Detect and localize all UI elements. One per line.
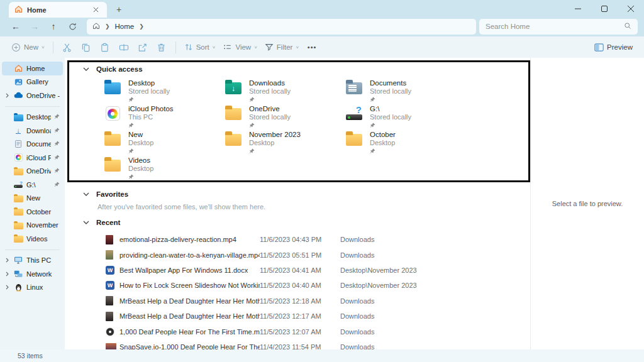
- file-location: Downloads: [340, 236, 530, 243]
- sidebar-item-desktop[interactable]: Desktop: [2, 111, 63, 124]
- new-tab-button[interactable]: +: [113, 4, 125, 15]
- delete-button[interactable]: [152, 39, 171, 55]
- expand-chevron-icon[interactable]: [4, 258, 10, 263]
- breadcrumb-home-icon[interactable]: [92, 22, 100, 31]
- pin-icon: [54, 128, 60, 133]
- chevron-down-icon: [83, 221, 89, 224]
- new-button[interactable]: New ˅: [8, 40, 48, 55]
- more-options-button[interactable]: •••: [303, 39, 321, 55]
- recent-file-row[interactable]: MrBeast Help a Deaf Daughter Hear Her Mo…: [65, 309, 530, 324]
- back-button[interactable]: ←: [6, 19, 25, 34]
- expand-chevron-icon[interactable]: [4, 93, 10, 98]
- sidebar-item-linux[interactable]: Linux: [2, 281, 63, 295]
- preview-toggle-button[interactable]: Preview: [591, 41, 636, 54]
- recent-file-row[interactable]: providing-clean-water-to-a-kenyan-villag…: [65, 247, 530, 262]
- sidebar-item-label: New: [26, 194, 60, 202]
- search-icon: [624, 22, 631, 31]
- minimize-button[interactable]: [565, 0, 591, 18]
- maximize-button[interactable]: [591, 0, 618, 18]
- quick-access-tile-g[interactable]: ?G:\Stored locally: [345, 105, 466, 131]
- quick-access-section-header[interactable]: Quick access: [65, 58, 530, 73]
- sidebar-item-label: Desktop: [26, 113, 51, 121]
- pin-icon: [249, 123, 255, 128]
- sidebar-item-videos[interactable]: Videos: [2, 232, 63, 246]
- favorites-title: Favorites: [96, 190, 128, 198]
- sidebar-item-home[interactable]: Home: [2, 62, 63, 75]
- sort-button[interactable]: Sort ˅: [180, 40, 219, 54]
- recent-file-row[interactable]: 1,000 Deaf People Hear For The First Tim…: [65, 324, 530, 339]
- sidebar-item-new[interactable]: New: [2, 192, 63, 206]
- quick-access-tile-videos[interactable]: VideosDesktop: [104, 156, 225, 182]
- copy-button[interactable]: [77, 39, 96, 55]
- recent-file-row[interactable]: emotional-pizza-delivery-reaction.mp411/…: [65, 232, 530, 247]
- breadcrumb-item-home[interactable]: Home: [115, 23, 135, 30]
- quick-access-tile-documents[interactable]: DocumentsStored locally: [345, 79, 466, 105]
- quick-access-tile-october[interactable]: OctoberDesktop: [345, 131, 466, 156]
- tile-sublabel: Stored locally: [370, 87, 411, 96]
- up-button[interactable]: ↑: [44, 19, 63, 34]
- sidebar-item-network[interactable]: Network: [2, 267, 63, 281]
- quick-access-tile-november-2023[interactable]: November 2023Desktop: [225, 131, 345, 156]
- downloads-icon: ↓: [16, 127, 21, 134]
- expand-chevron-icon[interactable]: [4, 285, 10, 290]
- sidebar-item-label: Gallery: [26, 78, 60, 85]
- tile-name: October: [370, 131, 396, 139]
- file-date: 11/5/2023 05:51 PM: [260, 251, 340, 259]
- sidebar-item-onedrive-persona[interactable]: OneDrive - Persona: [2, 89, 63, 102]
- breadcrumb[interactable]: ❯ Home ❯: [87, 19, 476, 35]
- recent-file-row[interactable]: WHow to Fix Lock Screen Slideshow Not Wo…: [65, 278, 530, 293]
- file-date: 11/5/2023 04:40 AM: [260, 282, 340, 289]
- pinned-indicator: [128, 122, 174, 129]
- video-thumbnail-icon: [106, 296, 113, 305]
- quick-access-title: Quick access: [96, 65, 143, 73]
- recent-file-row[interactable]: WBest Wallpaper App For Windows 11.docx1…: [65, 263, 530, 278]
- sidebar-item-this-pc[interactable]: This PC: [2, 254, 63, 268]
- items-count: 53 items: [18, 352, 43, 359]
- sidebar-item-icloud-photos[interactable]: iCloud Photos: [2, 151, 63, 165]
- title-bar: Home +: [0, 0, 644, 18]
- sidebar-item-g[interactable]: ?G:\: [2, 178, 63, 192]
- file-location: Desktop\November 2023: [340, 266, 530, 274]
- sidebar-item-october[interactable]: October: [2, 205, 63, 219]
- sidebar-item-november-2023[interactable]: November 2023: [2, 219, 63, 233]
- chevron-down-icon: ˅: [254, 45, 257, 50]
- chevron-down-icon: ˅: [42, 45, 45, 50]
- recent-file-row[interactable]: MrBeast Help a Deaf Daughter Hear Her Mo…: [65, 293, 530, 309]
- recent-section-header[interactable]: Recent: [65, 219, 530, 226]
- tab-home[interactable]: Home: [9, 2, 107, 18]
- sidebar-item-documents[interactable]: Documents: [2, 138, 63, 151]
- sidebar-item-onedrive[interactable]: OneDrive: [2, 165, 63, 178]
- paste-button[interactable]: [96, 39, 114, 55]
- sidebar-item-gallery[interactable]: Gallery: [2, 75, 63, 89]
- quick-access-tile-icloud-photos[interactable]: iCloud PhotosThis PC: [104, 105, 225, 131]
- filter-button[interactable]: Filter ˅: [261, 40, 303, 54]
- chevron-right-icon[interactable]: ❯: [139, 23, 144, 30]
- tile-sublabel: Stored locally: [370, 113, 411, 121]
- view-button[interactable]: View ˅: [219, 40, 260, 54]
- favorites-section-header[interactable]: Favorites: [65, 190, 530, 198]
- share-button[interactable]: [133, 39, 152, 55]
- quick-access-tile-desktop[interactable]: DesktopStored locally: [104, 79, 225, 105]
- pinned-indicator: [249, 148, 301, 155]
- rename-button[interactable]: [114, 39, 133, 55]
- quick-access-tile-new[interactable]: NewDesktop: [104, 131, 225, 156]
- recent-file-row[interactable]: SnapSave.io-1,000 Deaf People Hear For T…: [65, 339, 530, 349]
- cut-button[interactable]: [58, 39, 77, 55]
- file-name: Best Wallpaper App For Windows 11.docx: [119, 266, 260, 274]
- forward-button[interactable]: →: [25, 19, 44, 34]
- sidebar-item-label: Documents: [26, 140, 51, 148]
- quick-access-tile-onedrive[interactable]: OneDriveStored locally: [225, 105, 345, 131]
- sidebar-item-downloads[interactable]: ↓Downloads: [2, 124, 63, 138]
- recent-title: Recent: [96, 219, 120, 226]
- pinned-indicator: [370, 96, 411, 103]
- tab-close-icon[interactable]: [90, 4, 101, 16]
- close-button[interactable]: [618, 0, 644, 18]
- expand-chevron-icon[interactable]: [4, 272, 10, 277]
- pin-icon: [128, 148, 134, 154]
- search-input[interactable]: Search Home: [479, 19, 638, 35]
- filter-button-label: Filter: [277, 43, 293, 51]
- quick-access-tile-downloads[interactable]: ↓DownloadsStored locally: [225, 79, 345, 105]
- refresh-button[interactable]: [63, 19, 82, 34]
- sidebar-item-label: Linux: [26, 283, 60, 291]
- sidebar-item-label: This PC: [26, 256, 60, 264]
